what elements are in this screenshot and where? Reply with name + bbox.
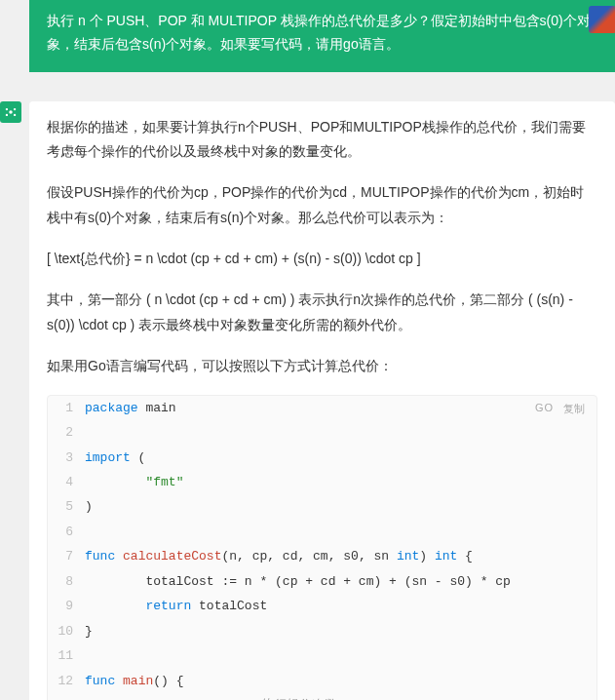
line-number: 11 (48, 643, 85, 668)
line-number: 8 (48, 569, 85, 594)
line-content[interactable]: import ( (85, 446, 596, 470)
code-line: 11 (48, 643, 596, 668)
code-line: 2 (48, 420, 596, 445)
code-language-label: GO (535, 402, 554, 416)
line-content[interactable]: "fmt" (85, 470, 596, 494)
question-banner: 执行 n 个 PUSH、POP 和 MULTIPOP 栈操作的总代价是多少？假定… (29, 0, 615, 72)
svg-point-0 (9, 110, 13, 114)
code-line: 5) (48, 494, 596, 519)
line-content[interactable]: ) (85, 494, 596, 519)
line-number: 6 (48, 520, 85, 544)
svg-point-2 (14, 108, 16, 110)
answer-paragraph: 假设PUSH操作的代价为cp，POP操作的代价为cd，MULTIPOP操作的代价… (47, 180, 597, 231)
user-avatar (589, 6, 615, 33)
answer-paragraph: 其中，第一部分 ( n \cdot (cp + cd + cm) ) 表示执行n… (47, 288, 597, 338)
answer-formula: [ \text{总代价} = n \cdot (cp + cd + cm) + … (47, 247, 597, 272)
code-header: GO 复制 (535, 402, 585, 416)
line-number: 5 (48, 494, 85, 519)
code-line: 13 n := 10 // 执行操作次数 (48, 693, 596, 700)
bot-icon (4, 105, 18, 119)
line-number: 10 (48, 619, 85, 643)
bot-avatar (0, 101, 21, 123)
code-line: 10} (48, 619, 596, 643)
line-content[interactable] (85, 643, 596, 668)
line-number: 7 (48, 544, 85, 568)
line-content[interactable]: func main() { (85, 669, 596, 693)
line-content[interactable]: func calculateCost(n, cp, cd, cm, s0, sn… (85, 544, 596, 568)
code-line: 4 "fmt" (48, 470, 596, 494)
line-content[interactable]: } (85, 619, 596, 643)
svg-point-1 (6, 108, 8, 110)
line-content[interactable]: package main (85, 396, 596, 420)
line-content[interactable] (85, 520, 596, 544)
code-line: 12func main() { (48, 669, 596, 693)
line-number: 12 (48, 669, 85, 693)
svg-point-3 (6, 113, 8, 115)
copy-button[interactable]: 复制 (563, 402, 585, 416)
answer-paragraph: 根据你的描述，如果要计算执行n个PUSH、POP和MULTIPOP栈操作的总代价… (47, 115, 597, 166)
code-block: GO 复制 1package main2 3import (4 "fmt"5)6… (47, 395, 597, 700)
question-text: 执行 n 个 PUSH、POP 和 MULTIPOP 栈操作的总代价是多少？假定… (47, 13, 591, 52)
line-number: 9 (48, 594, 85, 618)
line-content[interactable]: return totalCost (85, 594, 596, 618)
code-line: 8 totalCost := n * (cp + cd + cm) + (sn … (48, 569, 596, 594)
code-line: 7func calculateCost(n, cp, cd, cm, s0, s… (48, 544, 596, 568)
code-line: 1package main (48, 396, 596, 420)
code-line: 3import ( (48, 446, 596, 470)
answer-card: 根据你的描述，如果要计算执行n个PUSH、POP和MULTIPOP栈操作的总代价… (29, 101, 615, 700)
line-content[interactable] (85, 420, 596, 445)
code-lines: 1package main2 3import (4 "fmt"5)6 7func… (48, 396, 596, 700)
line-content[interactable]: totalCost := n * (cp + cd + cm) + (sn - … (85, 569, 596, 594)
line-number: 3 (48, 446, 85, 470)
svg-point-4 (14, 113, 16, 115)
answer-section: 根据你的描述，如果要计算执行n个PUSH、POP和MULTIPOP栈操作的总代价… (0, 101, 615, 700)
line-number: 1 (48, 396, 85, 420)
line-content[interactable]: n := 10 // 执行操作次数 (85, 693, 596, 700)
line-number: 4 (48, 470, 85, 494)
code-line: 6 (48, 520, 596, 544)
answer-paragraph: 如果用Go语言编写代码，可以按照以下方式计算总代价： (47, 354, 597, 379)
code-line: 9 return totalCost (48, 594, 596, 618)
line-number: 13 (48, 693, 85, 700)
line-number: 2 (48, 420, 85, 445)
